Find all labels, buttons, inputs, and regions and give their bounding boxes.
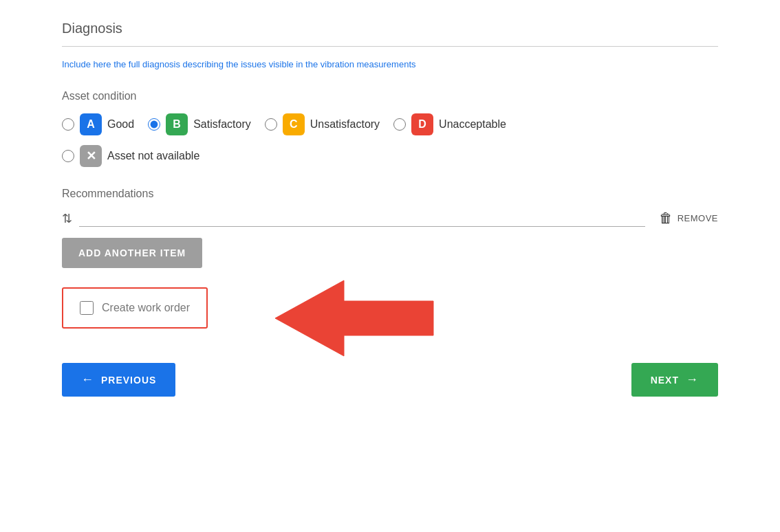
- previous-button[interactable]: ← PREVIOUS: [62, 363, 175, 397]
- label-unsatisfactory: Unsatisfactory: [310, 118, 380, 131]
- remove-label: REMOVE: [678, 213, 718, 223]
- radio-good[interactable]: [62, 118, 74, 131]
- label-not-available: Asset not available: [107, 150, 199, 162]
- footer-nav: ← PREVIOUS NEXT →: [62, 363, 718, 397]
- badge-x: ✕: [80, 145, 102, 167]
- badge-b: B: [166, 113, 188, 135]
- condition-option-unacceptable[interactable]: D Unacceptable: [393, 113, 506, 135]
- label-satisfactory: Satisfactory: [193, 118, 251, 131]
- svg-marker-0: [275, 280, 433, 356]
- remove-button[interactable]: 🗑 REMOVE: [659, 210, 718, 226]
- radio-satisfactory[interactable]: [148, 118, 160, 131]
- next-label: NEXT: [651, 375, 679, 386]
- condition-option-unsatisfactory[interactable]: C Unsatisfactory: [265, 113, 380, 135]
- condition-options-row1: A Good B Satisfactory C Unsatisfactory D…: [62, 113, 718, 135]
- page-container: Diagnosis Include here the full diagnosi…: [0, 0, 780, 424]
- section-divider: [62, 46, 718, 47]
- condition-option-good[interactable]: A Good: [62, 113, 134, 135]
- create-work-order-wrapper: Create work order: [62, 287, 208, 356]
- label-unacceptable: Unacceptable: [439, 118, 506, 131]
- recommendations-label: Recommendations: [62, 188, 718, 200]
- create-work-order-label[interactable]: Create work order: [62, 287, 208, 329]
- add-another-button[interactable]: ADD ANOTHER ITEM: [62, 238, 202, 268]
- radio-not-available[interactable]: [62, 150, 74, 162]
- sort-icon[interactable]: ⇅: [62, 211, 72, 226]
- arrow-left-icon: ←: [81, 373, 94, 387]
- asset-condition-label: Asset condition: [62, 90, 718, 102]
- label-good: Good: [107, 118, 134, 131]
- section-title: Diagnosis: [62, 21, 718, 36]
- recommendations-section: Recommendations ⇅ 🗑 REMOVE ADD ANOTHER I…: [62, 188, 718, 287]
- arrow-annotation: [268, 274, 447, 363]
- next-button[interactable]: NEXT →: [631, 363, 718, 397]
- condition-options-row2: ✕ Asset not available: [62, 145, 718, 167]
- condition-option-not-available[interactable]: ✕ Asset not available: [62, 145, 199, 167]
- arrow-right-icon: →: [686, 373, 699, 387]
- radio-unsatisfactory[interactable]: [265, 118, 277, 131]
- recommendation-row: ⇅ 🗑 REMOVE: [62, 210, 718, 227]
- create-work-order-text: Create work order: [102, 302, 190, 314]
- condition-option-satisfactory[interactable]: B Satisfactory: [148, 113, 251, 135]
- recommendation-input[interactable]: [79, 210, 645, 227]
- create-work-order-checkbox[interactable]: [80, 301, 94, 315]
- diagnosis-hint: Include here the full diagnosis describi…: [62, 59, 718, 69]
- radio-unacceptable[interactable]: [393, 118, 406, 131]
- previous-label: PREVIOUS: [101, 375, 156, 386]
- asset-condition-section: Asset condition A Good B Satisfactory C …: [62, 90, 718, 167]
- badge-c: C: [283, 113, 305, 135]
- badge-d: D: [411, 113, 433, 135]
- trash-icon: 🗑: [659, 210, 673, 226]
- badge-a: A: [80, 113, 102, 135]
